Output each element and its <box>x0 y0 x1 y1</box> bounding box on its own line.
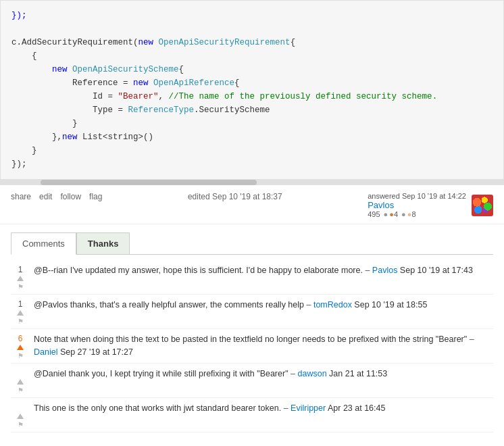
upvote-button[interactable] <box>17 344 24 351</box>
vote-count: 6 <box>18 334 23 344</box>
answer-meta: share edit follow flag edited Sep 10 '19… <box>0 185 504 224</box>
comment-text: @Daniel thank you, I kept trying it whil… <box>34 368 493 380</box>
comment-author[interactable]: tomRedox <box>313 300 352 309</box>
share-link[interactable]: share <box>11 192 31 201</box>
vote-col: 1 ⚑ <box>11 264 30 290</box>
comment-text: Note that when doing this the text to be… <box>34 333 493 359</box>
upvote-button[interactable] <box>17 413 24 420</box>
flag-button[interactable]: ⚑ <box>17 387 24 393</box>
comment-author[interactable]: Pavlos <box>372 266 398 275</box>
flag-button[interactable]: ⚑ <box>17 318 24 324</box>
vote-count: 1 <box>18 300 23 309</box>
comment-author[interactable]: Daniel <box>34 347 57 357</box>
comment-text: This one is the only one that works with… <box>34 402 493 415</box>
comment-text: @B--rian I've updated my answer, hope th… <box>34 264 493 277</box>
answer-actions: share edit follow flag <box>11 192 102 201</box>
edit-link[interactable]: edit <box>39 192 52 201</box>
edited-info: edited Sep 10 '19 at 18:37 <box>188 192 282 201</box>
flag-button[interactable]: ⚑ <box>17 421 24 428</box>
code-scrollbar[interactable] <box>0 180 504 185</box>
flag-link[interactable]: flag <box>89 192 102 201</box>
vote-count: 1 <box>18 266 23 275</box>
rep-info: 495 ●●4 ●●8 <box>368 210 466 218</box>
vote-col: ⚑ <box>11 402 30 428</box>
flag-button[interactable]: ⚑ <box>17 283 24 290</box>
flag-button[interactable]: ⚑ <box>17 352 24 359</box>
upvote-button[interactable] <box>17 378 24 385</box>
comment-row: ⚑ This one is the only one that works wi… <box>11 398 493 432</box>
avatar <box>472 195 493 216</box>
comment-row: ⚑ @Daniel thank you, I kept trying it wh… <box>11 364 493 398</box>
follow-link[interactable]: follow <box>60 192 81 201</box>
tab-thanks[interactable]: Thanks <box>76 232 130 254</box>
upvote-button[interactable] <box>17 275 24 282</box>
comment-text: @Pavlos thanks, that's a really helpful … <box>34 299 493 312</box>
answerer-card: answered Sep 10 '19 at 14:22 Pavlos 495 … <box>368 192 493 218</box>
tabs-area: Comments Thanks <box>11 232 493 255</box>
comment-author[interactable]: dawson <box>298 369 327 378</box>
comment-row: 1 ⚑ @Pavlos thanks, that's a really help… <box>11 295 493 329</box>
author-link[interactable]: Pavlos <box>368 200 466 210</box>
answered-label: answered Sep 10 '19 at 14:22 <box>368 192 466 200</box>
vote-col: 1 ⚑ <box>11 299 30 324</box>
comment-row: 6 ⚑ Note that when doing this the text t… <box>11 329 493 364</box>
vote-col: ⚑ <box>11 368 30 393</box>
comment-row: 1 ⚑ @B--rian I've updated my answer, hop… <box>11 260 493 295</box>
comment-author[interactable]: Evilripper <box>291 403 326 413</box>
code-block: }); c.AddSecurityRequirement(new OpenApi… <box>0 0 504 180</box>
comments-section: 1 ⚑ @B--rian I've updated my answer, hop… <box>0 255 504 438</box>
upvote-button[interactable] <box>17 309 24 316</box>
add-links: add thanks add a comment <box>0 438 504 446</box>
tab-comments[interactable]: Comments <box>11 232 76 255</box>
vote-col: 6 ⚑ <box>11 333 30 359</box>
